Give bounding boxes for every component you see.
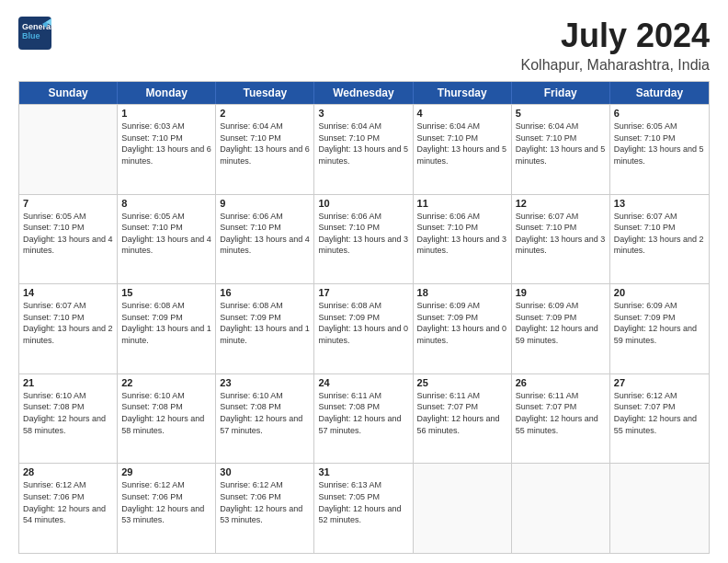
table-row: 8Sunrise: 6:05 AMSunset: 7:10 PMDaylight… bbox=[118, 195, 216, 284]
cell-day-number: 25 bbox=[417, 377, 507, 388]
cell-info: Sunrise: 6:10 AMSunset: 7:08 PMDaylight:… bbox=[220, 390, 310, 436]
cell-day-number: 11 bbox=[417, 198, 507, 209]
table-row: 3Sunrise: 6:04 AMSunset: 7:10 PMDaylight… bbox=[314, 105, 413, 194]
header-cell-wednesday: Wednesday bbox=[314, 82, 413, 104]
table-row: 17Sunrise: 6:08 AMSunset: 7:09 PMDayligh… bbox=[314, 284, 413, 373]
header: General Blue July 2024 Kolhapur, Maharas… bbox=[18, 17, 710, 74]
cell-day-number: 19 bbox=[516, 287, 606, 298]
header-cell-monday: Monday bbox=[118, 82, 216, 104]
cell-info: Sunrise: 6:13 AMSunset: 7:05 PMDaylight:… bbox=[318, 479, 408, 525]
table-row: 6Sunrise: 6:05 AMSunset: 7:10 PMDaylight… bbox=[610, 105, 709, 194]
cell-day-number: 28 bbox=[23, 466, 113, 477]
table-row: 11Sunrise: 6:06 AMSunset: 7:10 PMDayligh… bbox=[414, 195, 512, 284]
cell-info: Sunrise: 6:08 AMSunset: 7:09 PMDaylight:… bbox=[220, 300, 310, 346]
table-row bbox=[610, 464, 709, 553]
title-block: July 2024 Kolhapur, Maharashtra, India bbox=[521, 17, 710, 74]
cell-info: Sunrise: 6:08 AMSunset: 7:09 PMDaylight:… bbox=[121, 300, 211, 346]
table-row: 14Sunrise: 6:07 AMSunset: 7:10 PMDayligh… bbox=[19, 284, 118, 373]
table-row: 19Sunrise: 6:09 AMSunset: 7:09 PMDayligh… bbox=[512, 284, 610, 373]
logo: General Blue bbox=[18, 17, 51, 50]
cell-info: Sunrise: 6:08 AMSunset: 7:09 PMDaylight:… bbox=[318, 300, 408, 346]
header-cell-saturday: Saturday bbox=[610, 82, 709, 104]
cell-info: Sunrise: 6:06 AMSunset: 7:10 PMDaylight:… bbox=[417, 211, 507, 257]
calendar-row-1: 7Sunrise: 6:05 AMSunset: 7:10 PMDaylight… bbox=[19, 194, 709, 284]
cell-info: Sunrise: 6:12 AMSunset: 7:06 PMDaylight:… bbox=[220, 479, 310, 525]
cell-info: Sunrise: 6:11 AMSunset: 7:07 PMDaylight:… bbox=[516, 390, 606, 436]
table-row: 4Sunrise: 6:04 AMSunset: 7:10 PMDaylight… bbox=[414, 105, 512, 194]
cell-info: Sunrise: 6:11 AMSunset: 7:08 PMDaylight:… bbox=[318, 390, 408, 436]
cell-day-number: 3 bbox=[318, 108, 408, 119]
cell-day-number: 8 bbox=[121, 198, 211, 209]
cell-info: Sunrise: 6:09 AMSunset: 7:09 PMDaylight:… bbox=[516, 300, 606, 346]
cell-day-number: 21 bbox=[23, 377, 113, 388]
table-row: 28Sunrise: 6:12 AMSunset: 7:06 PMDayligh… bbox=[19, 464, 118, 553]
cell-info: Sunrise: 6:05 AMSunset: 7:10 PMDaylight:… bbox=[121, 211, 211, 257]
header-cell-thursday: Thursday bbox=[414, 82, 512, 104]
cell-info: Sunrise: 6:07 AMSunset: 7:10 PMDaylight:… bbox=[23, 300, 113, 346]
cell-day-number: 6 bbox=[614, 108, 705, 119]
table-row: 29Sunrise: 6:12 AMSunset: 7:06 PMDayligh… bbox=[118, 464, 216, 553]
table-row: 2Sunrise: 6:04 AMSunset: 7:10 PMDaylight… bbox=[216, 105, 314, 194]
table-row: 12Sunrise: 6:07 AMSunset: 7:10 PMDayligh… bbox=[512, 195, 610, 284]
table-row: 5Sunrise: 6:04 AMSunset: 7:10 PMDaylight… bbox=[512, 105, 610, 194]
cell-day-number: 4 bbox=[417, 108, 507, 119]
month-title: July 2024 bbox=[521, 17, 710, 55]
table-row: 26Sunrise: 6:11 AMSunset: 7:07 PMDayligh… bbox=[512, 374, 610, 464]
cell-day-number: 13 bbox=[614, 198, 705, 209]
cell-info: Sunrise: 6:11 AMSunset: 7:07 PMDaylight:… bbox=[417, 390, 507, 436]
cell-day-number: 31 bbox=[318, 466, 408, 477]
table-row: 31Sunrise: 6:13 AMSunset: 7:05 PMDayligh… bbox=[314, 464, 413, 553]
table-row: 18Sunrise: 6:09 AMSunset: 7:09 PMDayligh… bbox=[414, 284, 512, 373]
table-row: 25Sunrise: 6:11 AMSunset: 7:07 PMDayligh… bbox=[414, 374, 512, 464]
calendar-row-3: 21Sunrise: 6:10 AMSunset: 7:08 PMDayligh… bbox=[19, 373, 709, 464]
table-row: 21Sunrise: 6:10 AMSunset: 7:08 PMDayligh… bbox=[19, 374, 118, 464]
calendar-body: 1Sunrise: 6:03 AMSunset: 7:10 PMDaylight… bbox=[19, 104, 709, 553]
cell-day-number: 30 bbox=[220, 466, 310, 477]
cell-day-number: 17 bbox=[318, 287, 408, 298]
cell-day-number: 16 bbox=[220, 287, 310, 298]
cell-info: Sunrise: 6:07 AMSunset: 7:10 PMDaylight:… bbox=[614, 211, 705, 257]
cell-info: Sunrise: 6:04 AMSunset: 7:10 PMDaylight:… bbox=[318, 121, 408, 167]
cell-day-number: 27 bbox=[614, 377, 705, 388]
calendar-row-2: 14Sunrise: 6:07 AMSunset: 7:10 PMDayligh… bbox=[19, 283, 709, 373]
table-row: 24Sunrise: 6:11 AMSunset: 7:08 PMDayligh… bbox=[314, 374, 413, 464]
calendar-header: SundayMondayTuesdayWednesdayThursdayFrid… bbox=[19, 82, 709, 104]
cell-info: Sunrise: 6:06 AMSunset: 7:10 PMDaylight:… bbox=[318, 211, 408, 257]
cell-day-number: 5 bbox=[516, 108, 606, 119]
cell-info: Sunrise: 6:12 AMSunset: 7:06 PMDaylight:… bbox=[23, 479, 113, 525]
calendar-row-0: 1Sunrise: 6:03 AMSunset: 7:10 PMDaylight… bbox=[19, 104, 709, 194]
cell-info: Sunrise: 6:04 AMSunset: 7:10 PMDaylight:… bbox=[417, 121, 507, 167]
cell-info: Sunrise: 6:03 AMSunset: 7:10 PMDaylight:… bbox=[121, 121, 211, 167]
cell-info: Sunrise: 6:09 AMSunset: 7:09 PMDaylight:… bbox=[417, 300, 507, 346]
cell-day-number: 26 bbox=[516, 377, 606, 388]
cell-info: Sunrise: 6:09 AMSunset: 7:09 PMDaylight:… bbox=[614, 300, 705, 346]
cell-info: Sunrise: 6:12 AMSunset: 7:07 PMDaylight:… bbox=[614, 390, 705, 436]
cell-day-number: 2 bbox=[220, 108, 310, 119]
cell-day-number: 24 bbox=[318, 377, 408, 388]
table-row bbox=[512, 464, 610, 553]
cell-info: Sunrise: 6:10 AMSunset: 7:08 PMDaylight:… bbox=[121, 390, 211, 436]
header-cell-sunday: Sunday bbox=[19, 82, 118, 104]
page: General Blue July 2024 Kolhapur, Maharas… bbox=[0, 0, 728, 563]
cell-day-number: 7 bbox=[23, 198, 113, 209]
cell-day-number: 1 bbox=[121, 108, 211, 119]
cell-day-number: 10 bbox=[318, 198, 408, 209]
cell-info: Sunrise: 6:06 AMSunset: 7:10 PMDaylight:… bbox=[220, 211, 310, 257]
header-cell-friday: Friday bbox=[512, 82, 610, 104]
header-cell-tuesday: Tuesday bbox=[216, 82, 314, 104]
cell-day-number: 29 bbox=[121, 466, 211, 477]
calendar: SundayMondayTuesdayWednesdayThursdayFrid… bbox=[18, 81, 710, 554]
cell-day-number: 15 bbox=[121, 287, 211, 298]
cell-info: Sunrise: 6:10 AMSunset: 7:08 PMDaylight:… bbox=[23, 390, 113, 436]
cell-info: Sunrise: 6:04 AMSunset: 7:10 PMDaylight:… bbox=[516, 121, 606, 167]
cell-day-number: 18 bbox=[417, 287, 507, 298]
cell-info: Sunrise: 6:05 AMSunset: 7:10 PMDaylight:… bbox=[23, 211, 113, 257]
location-title: Kolhapur, Maharashtra, India bbox=[521, 57, 710, 74]
cell-info: Sunrise: 6:07 AMSunset: 7:10 PMDaylight:… bbox=[516, 211, 606, 257]
table-row: 22Sunrise: 6:10 AMSunset: 7:08 PMDayligh… bbox=[118, 374, 216, 464]
table-row bbox=[414, 464, 512, 553]
cell-day-number: 9 bbox=[220, 198, 310, 209]
table-row: 13Sunrise: 6:07 AMSunset: 7:10 PMDayligh… bbox=[610, 195, 709, 284]
cell-day-number: 14 bbox=[23, 287, 113, 298]
table-row: 30Sunrise: 6:12 AMSunset: 7:06 PMDayligh… bbox=[216, 464, 314, 553]
